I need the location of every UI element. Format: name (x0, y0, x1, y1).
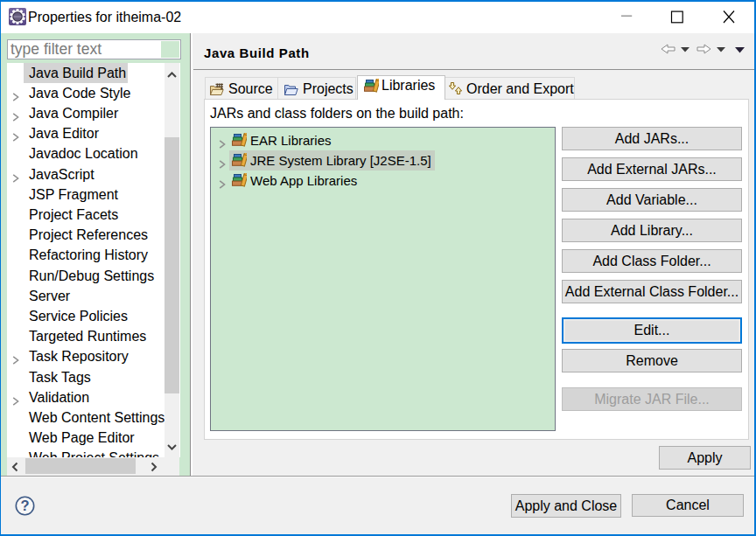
svg-text:?: ? (20, 498, 29, 513)
